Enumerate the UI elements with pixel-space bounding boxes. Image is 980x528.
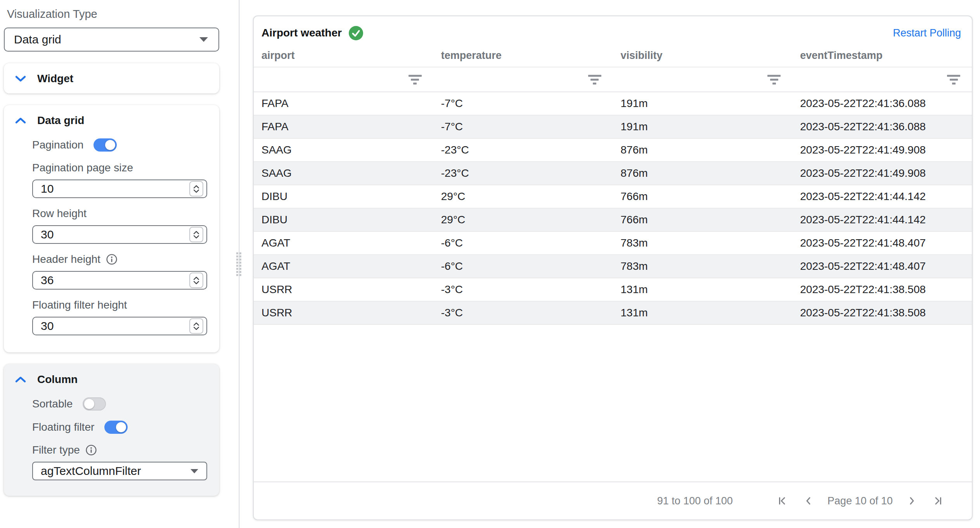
floating-filter-height-input[interactable]: [32, 317, 207, 335]
chevron-up-icon: [15, 117, 26, 124]
table-row[interactable]: FAPA -7°C 191m 2023-05-22T22:41:36.088: [254, 116, 972, 139]
cell-temperature: -7°C: [433, 97, 613, 110]
cell-visibility: 783m: [613, 260, 793, 273]
floating-filter-label: Floating filter: [32, 421, 94, 433]
cell-temperature: -7°C: [433, 121, 613, 133]
pagination-toggle[interactable]: [93, 138, 117, 152]
pagination-page-size-label: Pagination page size: [32, 162, 133, 174]
cell-eventTimestamp: 2023-05-22T22:41:44.142: [792, 190, 972, 203]
cell-visibility: 191m: [613, 97, 793, 110]
chevron-up-icon: [15, 376, 26, 383]
previous-page-button[interactable]: [800, 492, 817, 510]
filter-button-airport[interactable]: [254, 75, 433, 85]
table-row[interactable]: AGAT -6°C 783m 2023-05-22T22:41:48.407: [254, 232, 972, 255]
data-grid-panel: Data grid Pagination Pagination page siz…: [4, 105, 219, 352]
caret-down-icon: [199, 37, 208, 42]
table-row[interactable]: USRR -3°C 131m 2023-05-22T22:41:38.508: [254, 278, 972, 302]
data-grid-widget: Airport weather Restart Polling airport …: [253, 16, 973, 520]
filter-icon: [588, 75, 601, 85]
table-row[interactable]: AGAT -6°C 783m 2023-05-22T22:41:48.407: [254, 255, 972, 278]
visualization-type-value: Data grid: [14, 33, 61, 46]
widget-title: Airport weather: [261, 27, 342, 39]
data-grid-panel-header[interactable]: Data grid: [4, 105, 219, 135]
cell-eventTimestamp: 2023-05-22T22:41:38.508: [792, 283, 972, 296]
cell-airport: AGAT: [254, 237, 433, 249]
cell-airport: USRR: [254, 283, 433, 296]
column-panel-title: Column: [37, 373, 78, 386]
cell-temperature: -6°C: [433, 260, 613, 273]
cell-visibility: 766m: [613, 190, 793, 203]
column-panel-header[interactable]: Column: [4, 364, 219, 394]
cell-eventTimestamp: 2023-05-22T22:41:49.908: [792, 167, 972, 179]
number-stepper[interactable]: [189, 181, 203, 197]
status-ok-icon: [349, 26, 363, 40]
table-row[interactable]: USRR -3°C 131m 2023-05-22T22:41:38.508: [254, 302, 972, 325]
pagination-footer: 91 to 100 of 100 Page 10 of 10: [254, 481, 972, 519]
cell-visibility: 131m: [613, 283, 793, 296]
config-sidebar: Visualization Type Data grid Widget Da: [4, 5, 219, 496]
pagination-page-size-input[interactable]: [32, 179, 207, 198]
cell-airport: SAAG: [254, 167, 433, 179]
grid-body: FAPA -7°C 191m 2023-05-22T22:41:36.088 F…: [254, 92, 972, 325]
column-header-eventTimestamp[interactable]: eventTimestamp: [792, 50, 972, 62]
header-height-field: Header height: [32, 253, 210, 290]
chevron-down-icon: [15, 75, 26, 82]
table-row[interactable]: DIBU 29°C 766m 2023-05-22T22:41:44.142: [254, 185, 972, 209]
floating-filter-height-label: Floating filter height: [32, 299, 127, 311]
next-page-button[interactable]: [903, 492, 921, 510]
cell-temperature: 29°C: [433, 214, 613, 226]
header-height-input[interactable]: [32, 271, 207, 290]
table-row[interactable]: SAAG -23°C 876m 2023-05-22T22:41:49.908: [254, 139, 972, 162]
row-height-input[interactable]: [32, 225, 207, 244]
widget-panel: Widget: [4, 63, 219, 93]
column-header-temperature[interactable]: temperature: [433, 50, 613, 62]
first-page-button[interactable]: [773, 492, 791, 510]
widget-panel-header[interactable]: Widget: [4, 63, 219, 93]
info-icon[interactable]: [106, 254, 118, 265]
cell-eventTimestamp: 2023-05-22T22:41:44.142: [792, 214, 972, 226]
cell-airport: AGAT: [254, 260, 433, 273]
table-row[interactable]: DIBU 29°C 766m 2023-05-22T22:41:44.142: [254, 209, 972, 232]
cell-visibility: 876m: [613, 144, 793, 156]
toggle-knob: [116, 422, 126, 432]
splitter-drag-handle-icon[interactable]: [236, 252, 241, 276]
number-stepper[interactable]: [189, 318, 203, 334]
data-grid-panel-title: Data grid: [37, 114, 84, 127]
filter-icon: [767, 75, 781, 85]
cell-eventTimestamp: 2023-05-22T22:41:36.088: [792, 97, 972, 110]
column-header-airport[interactable]: airport: [254, 50, 433, 62]
row-height-field: Row height: [32, 207, 210, 244]
sortable-toggle[interactable]: [83, 397, 106, 411]
cell-visibility: 766m: [613, 214, 793, 226]
cell-visibility: 876m: [613, 167, 793, 179]
info-icon[interactable]: [85, 444, 97, 456]
cell-airport: DIBU: [254, 190, 433, 203]
sortable-label: Sortable: [32, 398, 73, 410]
last-page-button[interactable]: [929, 492, 947, 510]
restart-polling-link[interactable]: Restart Polling: [893, 27, 961, 39]
filter-type-value: agTextColumnFilter: [41, 464, 141, 478]
cell-temperature: -23°C: [433, 167, 613, 179]
cell-visibility: 191m: [613, 121, 793, 133]
toggle-knob: [84, 399, 94, 409]
row-height-label: Row height: [32, 207, 87, 220]
grid-empty-space: [254, 325, 972, 481]
floating-filter-toggle[interactable]: [104, 421, 128, 434]
number-stepper[interactable]: [189, 227, 203, 242]
column-header-visibility[interactable]: visibility: [613, 50, 793, 62]
cell-visibility: 131m: [613, 307, 793, 319]
table-row[interactable]: SAAG -23°C 876m 2023-05-22T22:41:49.908: [254, 162, 972, 185]
panel-splitter[interactable]: [239, 0, 240, 528]
table-row[interactable]: FAPA -7°C 191m 2023-05-22T22:41:36.088: [254, 92, 972, 116]
caret-down-icon: [190, 469, 199, 474]
filter-type-select[interactable]: agTextColumnFilter: [32, 462, 207, 480]
visualization-type-select[interactable]: Data grid: [4, 28, 219, 52]
filter-button-visibility[interactable]: [613, 75, 793, 85]
filter-button-temperature[interactable]: [433, 75, 613, 85]
pagination-page-size-field: Pagination page size: [32, 162, 210, 198]
cell-airport: FAPA: [254, 97, 433, 110]
cell-eventTimestamp: 2023-05-22T22:41:38.508: [792, 307, 972, 319]
cell-temperature: -3°C: [433, 283, 613, 296]
filter-button-eventTimestamp[interactable]: [792, 75, 972, 85]
number-stepper[interactable]: [189, 273, 203, 288]
